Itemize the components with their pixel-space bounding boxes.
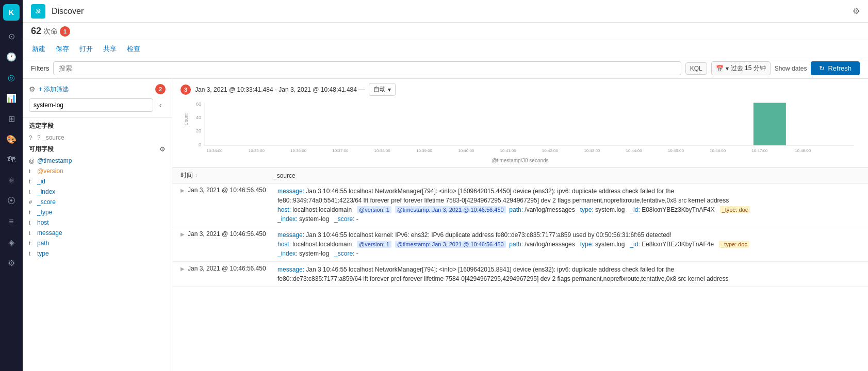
badge-2: 2 xyxy=(155,84,166,94)
sidebar-icon-discover[interactable]: ⊙ xyxy=(2,27,21,45)
field-timestamp[interactable]: @ @timestamp xyxy=(23,156,172,166)
svg-text:10:37:00: 10:37:00 xyxy=(332,148,349,153)
index-pattern-dropdown[interactable]: system-log xyxy=(29,98,153,112)
table-row: ▶ Jan 3, 2021 @ 10:46:56.450 message: Ja… xyxy=(172,183,868,227)
sidebar-icon-ml[interactable]: ⚛ xyxy=(2,171,21,190)
time-range-label: 过去 15 分钟 xyxy=(731,64,766,73)
expand-icon-3[interactable]: ▶ xyxy=(181,265,185,272)
sidebar-icon-chart[interactable]: 📊 xyxy=(2,89,21,107)
chart-container: 60 40 20 0 10:34:00 10:35:00 10:36:00 10… xyxy=(181,100,860,157)
auto-select-dropdown[interactable]: 自动 ▾ xyxy=(369,83,396,96)
svg-text:Count: Count xyxy=(184,113,189,126)
expand-icon-2[interactable]: ▶ xyxy=(181,230,185,237)
available-fields-gear-icon[interactable]: ⚙ xyxy=(159,145,166,153)
svg-text:0: 0 xyxy=(199,142,201,147)
refresh-button[interactable]: ↻ Refresh xyxy=(811,61,860,75)
score-field-name: _score xyxy=(37,198,56,206)
share-button[interactable]: 共享 xyxy=(102,42,118,56)
table-row: ▶ Jan 3, 2021 @ 10:46:56.450 message: Ja… xyxy=(172,262,868,287)
row-1-time: Jan 3, 2021 @ 10:46:56.450 xyxy=(188,187,277,194)
open-button[interactable]: 打开 xyxy=(78,42,94,56)
svg-text:10:41:00: 10:41:00 xyxy=(500,148,517,153)
refresh-label: Refresh xyxy=(828,64,851,72)
filter-bar: Filters KQL 📅 ▾ 过去 15 分钟 Show dates ↻ Re… xyxy=(23,58,868,79)
svg-text:10:45:00: 10:45:00 xyxy=(668,148,684,153)
inspect-button[interactable]: 检查 xyxy=(126,42,141,56)
svg-text:10:47:00: 10:47:00 xyxy=(751,148,768,153)
type-log-field-name: type xyxy=(37,250,49,257)
id-field-name: _id xyxy=(37,178,45,185)
chevron-down-icon: ▾ xyxy=(726,65,729,72)
index-selector: system-log ‹ xyxy=(29,98,166,112)
sidebar-icon-dashboard[interactable]: ⊞ xyxy=(2,109,21,128)
message-type-icon: t xyxy=(29,230,34,236)
calendar-icon: 📅 xyxy=(716,65,724,72)
field-score[interactable]: # _score xyxy=(23,197,172,207)
time-picker[interactable]: 📅 ▾ 过去 15 分钟 xyxy=(711,61,771,75)
right-panel: 3 Jan 3, 2021 @ 10:33:41.484 - Jan 3, 20… xyxy=(172,79,868,371)
sidebar-icon-dev[interactable]: ◈ xyxy=(2,233,21,251)
available-fields-title: 可用字段 xyxy=(29,145,159,154)
app-icon-text: 发 xyxy=(36,8,41,15)
results-area[interactable]: 时间 ↕ _source ▶ Jan 3, 2021 @ 10:46:56.45… xyxy=(172,168,868,371)
auto-label: 自动 xyxy=(373,85,386,94)
svg-text:10:44:00: 10:44:00 xyxy=(626,148,642,153)
sidebar-icon-settings[interactable]: ⚙ xyxy=(2,254,21,272)
save-button[interactable]: 保存 xyxy=(55,42,70,56)
sidebar-icon-maps[interactable]: 🗺 xyxy=(2,150,21,169)
row-1-main[interactable]: ▶ Jan 3, 2021 @ 10:46:56.450 message: Ja… xyxy=(172,183,868,227)
row-2-time: Jan 3, 2021 @ 10:46:56.450 xyxy=(188,230,277,238)
version-field-name: @version xyxy=(37,167,63,175)
time-range-bar: 3 Jan 3, 2021 @ 10:33:41.484 - Jan 3, 20… xyxy=(181,83,860,96)
logo-text: K xyxy=(9,8,14,16)
logo[interactable]: K xyxy=(3,4,20,21)
field-path[interactable]: t path xyxy=(23,238,172,248)
row-1-source: message: Jan 3 10:46:55 localhost Networ… xyxy=(277,187,860,224)
kql-button[interactable]: KQL xyxy=(685,62,707,75)
collapse-panel-button[interactable]: ‹ xyxy=(155,100,166,110)
sidebar-icon-graph[interactable]: ⦿ xyxy=(2,192,21,210)
left-panel: ⚙ + 添加筛选 2 system-log ‹ 选定字段 ? ? _source… xyxy=(23,79,172,371)
sidebar: K ⊙ 🕐 ◎ 📊 ⊞ 🎨 🗺 ⚛ ⦿ ≡ ◈ ⚙ xyxy=(0,0,23,371)
field-index[interactable]: t _index xyxy=(23,187,172,197)
new-button[interactable]: 新建 xyxy=(31,42,46,56)
timestamp-field-name: @timestamp xyxy=(37,157,72,164)
table-row: ▶ Jan 3, 2021 @ 10:46:56.450 message: Ja… xyxy=(172,227,868,262)
svg-text:40: 40 xyxy=(196,115,201,121)
index-type-icon: t xyxy=(29,189,34,195)
sidebar-icon-stack[interactable]: ≡ xyxy=(2,212,21,231)
row-2-main[interactable]: ▶ Jan 3, 2021 @ 10:46:56.450 message: Ja… xyxy=(172,227,868,261)
row-3-main[interactable]: ▶ Jan 3, 2021 @ 10:46:56.450 message: Ja… xyxy=(172,262,868,286)
message-field-name: message xyxy=(37,229,62,237)
sidebar-icon-canvas[interactable]: 🎨 xyxy=(2,130,21,148)
svg-text:10:39:00: 10:39:00 xyxy=(416,148,433,153)
source-field[interactable]: ? ? _source xyxy=(23,132,172,143)
sidebar-icon-clock[interactable]: 🕐 xyxy=(2,47,21,66)
sidebar-icon-compass[interactable]: ◎ xyxy=(2,68,21,87)
search-input[interactable] xyxy=(53,61,681,75)
timestamp-type-icon: @ xyxy=(29,158,34,164)
host-type-icon: t xyxy=(29,220,34,226)
main-area: 发 Discover ⚙ 62 次命 1 新建 保存 打开 共享 检查 Filt… xyxy=(23,0,868,371)
selected-fields-title: 选定字段 xyxy=(23,117,172,132)
svg-text:10:38:00: 10:38:00 xyxy=(374,148,391,153)
type-type-icon: t xyxy=(29,209,34,215)
gear-filter-icon[interactable]: ⚙ xyxy=(29,85,36,93)
field-type-log[interactable]: t type xyxy=(23,248,172,259)
filters-label: Filters xyxy=(31,64,49,72)
page-title: Discover xyxy=(52,7,846,16)
index-field-name: _index xyxy=(37,188,55,195)
show-dates-button[interactable]: Show dates xyxy=(775,65,807,72)
histogram-chart: 60 40 20 0 10:34:00 10:35:00 10:36:00 10… xyxy=(181,100,860,157)
field-type[interactable]: t _type xyxy=(23,207,172,217)
field-version[interactable]: t @version xyxy=(23,166,172,176)
field-host[interactable]: t host xyxy=(23,217,172,228)
type-log-type-icon: t xyxy=(29,250,34,257)
expand-icon-1[interactable]: ▶ xyxy=(181,187,185,193)
svg-text:10:36:00: 10:36:00 xyxy=(290,148,307,153)
field-message[interactable]: t message xyxy=(23,228,172,238)
settings-icon[interactable]: ⚙ xyxy=(853,7,860,15)
svg-text:10:46:00: 10:46:00 xyxy=(710,148,726,153)
field-id[interactable]: t _id xyxy=(23,176,172,187)
add-filter-button[interactable]: + 添加筛选 xyxy=(39,85,69,94)
